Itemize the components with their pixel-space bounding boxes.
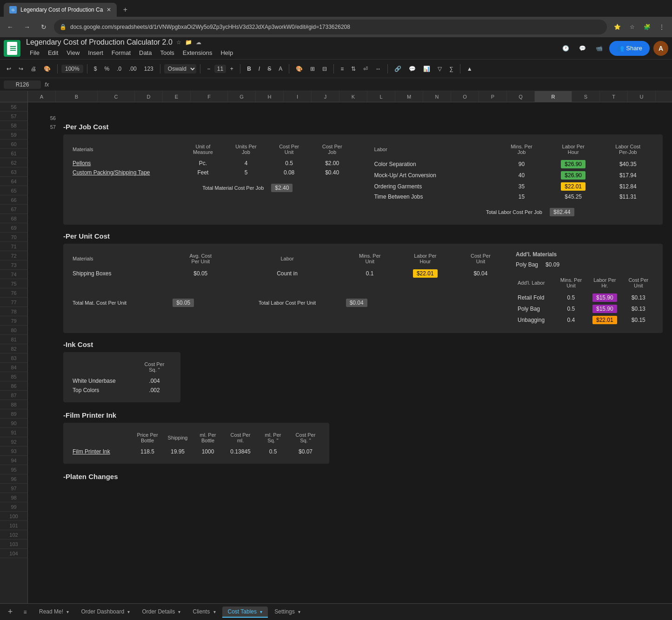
table-row — [71, 279, 508, 298]
menu-extensions[interactable]: Extensions — [179, 47, 216, 58]
green-rate-badge: $26.90 — [561, 160, 586, 168]
tab-order-dashboard[interactable]: Order Dashboard ▾ — [75, 607, 135, 618]
top-colors-label: Top Colors — [71, 386, 136, 395]
ink-table: Cost PerSq. " White Underbase .004 Top C… — [71, 360, 173, 395]
per-job-title: -Per Job Cost — [63, 123, 109, 131]
active-tab[interactable]: G Legendary Cost of Production Ca ✕ — [4, 3, 117, 17]
tab-arrow-order-details: ▾ — [178, 609, 180, 614]
strikethrough-btn[interactable]: S — [265, 64, 274, 74]
font-selector[interactable]: Oswald — [164, 64, 196, 73]
filter-btn[interactable]: ▽ — [435, 64, 445, 74]
total-mat-label: Total Material Cost Per Job — [71, 183, 267, 193]
per-unit-cost-section: -Per Unit Cost Materials Avg. CostPer Un — [28, 232, 672, 333]
th-pu-labor-per-hr: Labor PerHour — [398, 251, 453, 268]
col-header-U: U — [628, 91, 656, 102]
star-icon[interactable]: ☆ — [176, 39, 181, 46]
th-ml-per-sq: ml. PerSq. " — [257, 430, 289, 447]
sheet-list-button[interactable]: ≡ — [19, 606, 32, 619]
row-num-91: 91 — [0, 428, 27, 437]
table-row — [71, 177, 354, 183]
sheets-doc-title[interactable]: Legendary Cost of Production Calculator … — [26, 38, 173, 47]
menu-tools[interactable]: Tools — [156, 47, 178, 58]
borders-btn[interactable]: ⊞ — [307, 64, 318, 74]
valign-btn[interactable]: ⇅ — [348, 64, 359, 74]
font-size-increase[interactable]: + — [227, 64, 236, 73]
text-color-btn[interactable]: A — [276, 64, 285, 74]
separator-8 — [387, 64, 388, 73]
align-btn[interactable]: ≡ — [338, 64, 346, 74]
tab-cost-tables[interactable]: Cost Tables ▾ — [222, 607, 268, 618]
collapse-btn[interactable]: ▲ — [464, 64, 475, 74]
unbagging-cost: $0.15 — [622, 314, 655, 326]
share-button[interactable]: 👥 Share — [609, 41, 650, 56]
tape-upj: 5 — [225, 168, 268, 177]
col-header-F: F — [191, 91, 228, 102]
new-tab-button[interactable]: + — [119, 3, 132, 16]
row-numbers-list: 5657585960616263646566676869707172737475… — [0, 102, 27, 603]
tab-settings[interactable]: Settings ▾ — [269, 607, 306, 618]
forward-button[interactable]: → — [20, 20, 33, 33]
decimal-btn[interactable]: .0 — [114, 64, 124, 74]
menu-help[interactable]: Help — [217, 47, 237, 58]
comments-icon[interactable]: 💬 — [576, 42, 589, 55]
font-size-value[interactable]: 11 — [214, 65, 226, 73]
user-avatar[interactable]: A — [653, 41, 668, 56]
address-bar[interactable]: 🔒 docs.google.com/spreadsheets/d/1rVNWpg… — [54, 20, 607, 34]
menu-file[interactable]: File — [26, 47, 43, 58]
font-size-decrease[interactable]: − — [204, 64, 213, 73]
meet-icon[interactable]: 📹 — [592, 42, 605, 55]
comment-btn[interactable]: 💬 — [406, 64, 419, 74]
menu-data[interactable]: Data — [135, 47, 155, 58]
paint-format-btn[interactable]: 🎨 — [41, 64, 53, 74]
menu-format[interactable]: Format — [108, 47, 134, 58]
th-materials: Materials — [71, 142, 181, 159]
fill-color-btn[interactable]: 🎨 — [293, 64, 306, 74]
folder-icon[interactable]: 📁 — [185, 39, 192, 46]
rtl-btn[interactable]: ↔ — [373, 64, 384, 74]
platen-changes-section: -Platen Changes — [28, 473, 672, 480]
print-btn[interactable]: 🖨 — [28, 64, 39, 74]
menu-insert[interactable]: Insert — [84, 47, 107, 58]
add-sheet-button[interactable]: + — [4, 606, 17, 619]
shipping-boxes-rate: $22.01 — [398, 268, 453, 279]
row-num-93: 93 — [0, 447, 27, 456]
decimal-btn2[interactable]: .00 — [126, 64, 140, 74]
percent-btn[interactable]: % — [101, 64, 112, 74]
menu-view[interactable]: View — [63, 47, 83, 58]
cloud-icon[interactable]: ☁ — [196, 39, 201, 46]
tab-read-me[interactable]: Read Me! ▾ — [33, 607, 74, 618]
white-underbase-cost: .004 — [136, 376, 173, 386]
content-scroll-area[interactable]: 56 57 -Per Job Cost — [28, 102, 672, 603]
italic-btn[interactable]: I — [256, 64, 263, 74]
back-button[interactable]: ← — [4, 20, 17, 33]
refresh-button[interactable]: ↻ — [37, 20, 50, 33]
tab-close-btn[interactable]: ✕ — [106, 7, 111, 13]
tab-order-details[interactable]: Order Details ▾ — [136, 607, 186, 618]
bookmark-icon[interactable]: ☆ — [625, 20, 639, 33]
link-btn[interactable]: 🔗 — [392, 64, 404, 74]
menu-icon[interactable]: ⋮ — [655, 20, 668, 33]
ink-table-container: Cost PerSq. " White Underbase .004 Top C… — [63, 352, 180, 402]
bold-btn[interactable]: B — [244, 64, 254, 74]
row-num-58: 58 — [0, 121, 27, 130]
row-num-69: 69 — [0, 223, 27, 233]
undo-btn[interactable]: ↩ — [4, 64, 14, 74]
film-cost-per-ml: 0.13845 — [224, 447, 257, 456]
chart-btn[interactable]: 📊 — [420, 64, 433, 74]
extensions-icon[interactable]: ⭐ — [611, 20, 624, 33]
zoom-display[interactable]: 100% — [61, 65, 83, 73]
puzzle-icon[interactable]: 🧩 — [640, 20, 653, 33]
film-printer-ink-section: -Film Printer Ink Price PerBottle Shippi… — [28, 411, 672, 465]
cell-reference[interactable]: R126 — [4, 80, 41, 89]
row-num-63: 63 — [0, 167, 27, 177]
wrap-btn[interactable]: ⏎ — [360, 64, 371, 74]
merge-btn[interactable]: ⊟ — [319, 64, 330, 74]
history-icon[interactable]: 🕐 — [559, 42, 572, 55]
menu-edit[interactable]: Edit — [44, 47, 62, 58]
function-btn[interactable]: ∑ — [446, 64, 456, 74]
redo-btn[interactable]: ↪ — [16, 64, 26, 74]
format-123-btn[interactable]: 123 — [141, 64, 156, 74]
row-num-75: 75 — [0, 279, 27, 288]
currency-btn[interactable]: $ — [91, 64, 100, 74]
tab-clients[interactable]: Clients ▾ — [187, 607, 221, 618]
